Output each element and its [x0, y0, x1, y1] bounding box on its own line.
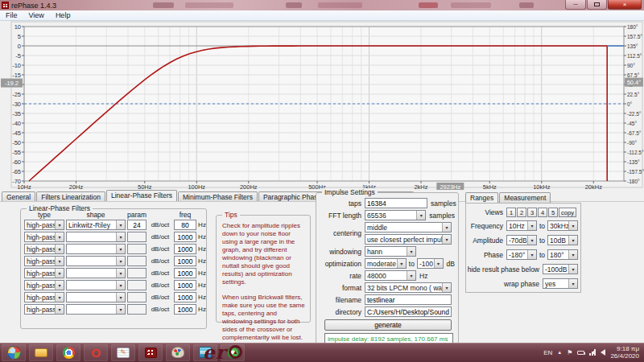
filter-freq-input[interactable] — [174, 256, 196, 266]
filter-shape-select[interactable]: ▾ — [66, 256, 126, 266]
param-unit-label: dB/oct — [148, 221, 172, 228]
hide-result-phase-below-select[interactable]: -100dB▾ — [543, 264, 578, 274]
col-header-param: param — [127, 211, 147, 219]
filter-shape-select[interactable]: ▾ — [66, 304, 126, 315]
filename-input[interactable] — [365, 294, 452, 305]
filter-type-select[interactable]: high-pass▾ — [24, 232, 64, 242]
notepad-icon[interactable]: ✎ — [111, 344, 135, 361]
action-center-icon[interactable]: ⚑ — [567, 349, 572, 356]
tab-measurement[interactable]: Measurement — [499, 192, 551, 203]
filter-param-input[interactable] — [127, 280, 147, 290]
filter-shape-select[interactable]: ▾ — [66, 232, 126, 242]
view-button-copy[interactable]: copy — [559, 208, 576, 217]
fft-length-select[interactable]: 65536▾ — [365, 210, 426, 220]
phase-from-select[interactable]: -180°▾ — [506, 249, 537, 260]
windowing-label: windowing — [316, 248, 361, 256]
rephase-icon[interactable] — [138, 344, 163, 361]
hidden-icons-button[interactable]: ▲ — [557, 350, 562, 355]
explorer-icon[interactable] — [29, 344, 53, 361]
phase-to-select[interactable]: 180°▾ — [547, 249, 578, 260]
filter-shape-select[interactable]: ▾ — [66, 280, 126, 290]
close-button[interactable]: × — [608, 0, 642, 10]
security-icon[interactable] — [221, 344, 245, 361]
format-select[interactable]: 32 bits LPCM mono ( wav )▾ — [365, 282, 452, 293]
filter-freq-input[interactable] — [174, 304, 196, 315]
paint-icon[interactable] — [166, 344, 190, 361]
filter-type-select[interactable]: high-pass▾ — [24, 268, 64, 278]
view-button-3[interactable]: 3 — [527, 208, 537, 217]
maximize-button[interactable] — [587, 0, 607, 10]
tab-ranges[interactable]: Ranges — [465, 192, 498, 203]
filter-freq-input[interactable] — [174, 280, 196, 290]
optimization-db-select[interactable]: -100▾ — [417, 258, 444, 269]
centering-mode-select[interactable]: use closest perfect impulse▾ — [365, 234, 452, 245]
tab-general[interactable]: General — [2, 191, 35, 201]
filter-type-select[interactable]: high-pass▾ — [24, 280, 64, 290]
clock[interactable]: 9:18 πμ 26/4/2020 — [610, 345, 641, 360]
menu-file[interactable]: File — [0, 10, 23, 21]
filter-param-input[interactable] — [127, 244, 147, 254]
filter-type-select[interactable]: high-pass▾ — [24, 256, 64, 266]
tab-filters-linearization[interactable]: Filters Linearization — [36, 191, 105, 201]
view-button-5[interactable]: 5 — [548, 208, 558, 217]
optimization-select[interactable]: moderate▾ — [365, 258, 407, 269]
power-icon[interactable] — [577, 351, 584, 355]
frequency-from-select[interactable]: 10Hz▾ — [506, 220, 537, 231]
filter-type-select[interactable]: high-pass▾ — [24, 292, 64, 302]
opera-icon[interactable]: O — [84, 344, 108, 361]
filter-freq-input[interactable] — [174, 232, 196, 242]
volume-icon[interactable] — [601, 349, 605, 356]
filter-param-input[interactable] — [127, 268, 147, 278]
filter-shape-select[interactable]: ▾ — [66, 268, 126, 278]
menu-view[interactable]: View — [23, 10, 50, 21]
menu-help[interactable]: Help — [50, 10, 76, 21]
wrap-phase-select[interactable]: yes▾ — [543, 278, 578, 289]
opera-glyph: O — [89, 347, 102, 358]
range-label: Frequency — [466, 222, 503, 230]
filter-param-input[interactable] — [127, 292, 147, 302]
response-graph-svg[interactable]: 1050-5-10-15-20-25-30-35-40-45-50-55-60-… — [0, 21, 644, 190]
chrome-icon[interactable] — [56, 344, 80, 361]
windowing-select[interactable]: hann▾ — [365, 246, 416, 257]
views-label: Views — [466, 208, 503, 216]
filter-row: high-pass▾▾dB/octHz — [21, 304, 206, 316]
view-button-1[interactable]: 1 — [506, 208, 516, 217]
generate-button[interactable]: generate — [324, 319, 452, 331]
amplitude-to-select[interactable]: 10dB▾ — [547, 235, 578, 245]
directory-input[interactable] — [365, 306, 452, 317]
response-graph[interactable]: 1050-5-10-15-20-25-30-35-40-45-50-55-60-… — [0, 21, 644, 190]
filter-param-input[interactable] — [127, 304, 147, 315]
frequency-to-select[interactable]: 30kHz▾ — [547, 220, 578, 231]
tab-minimum-phase-filters[interactable]: Minimum-Phase Filters — [178, 191, 258, 201]
chevron-down-icon: ▾ — [442, 223, 451, 232]
rate-select[interactable]: 48000▾ — [365, 270, 416, 281]
amplitude-from-select[interactable]: -70dB▾ — [506, 235, 537, 245]
filter-type-select[interactable]: high-pass▾ — [24, 304, 64, 315]
view-button-4[interactable]: 4 — [538, 208, 547, 217]
filter-freq-input[interactable] — [174, 268, 196, 278]
rew-icon[interactable]: REW — [193, 344, 217, 361]
param-unit-label: dB/oct — [148, 294, 172, 301]
filter-param-input[interactable] — [127, 232, 147, 242]
filter-shape-select[interactable]: ▾ — [66, 244, 126, 254]
centering-select[interactable]: middle▾ — [365, 222, 452, 232]
language-indicator[interactable]: EN — [543, 349, 552, 356]
filter-freq-input[interactable] — [174, 220, 196, 230]
filter-shape-select[interactable]: ▾ — [66, 292, 126, 302]
minimize-button[interactable]: ─ — [565, 0, 586, 10]
filter-shape-select[interactable]: Linkwitz-Riley▾ — [66, 220, 126, 230]
view-button-2[interactable]: 2 — [517, 208, 526, 217]
tab-linear-phase-filters[interactable]: Linear-Phase Filters — [106, 190, 177, 201]
filter-freq-input[interactable] — [174, 292, 196, 302]
filter-freq-input[interactable] — [174, 244, 196, 254]
rew-glyph: REW — [199, 347, 212, 358]
start-glyph — [7, 346, 21, 360]
start-icon[interactable] — [2, 344, 26, 361]
background-window-shape — [419, 2, 438, 8]
filter-type-select[interactable]: high-pass▾ — [24, 244, 64, 254]
taps-input[interactable] — [365, 198, 427, 208]
filter-type-select[interactable]: high-pass▾ — [24, 220, 64, 230]
filter-param-input[interactable] — [127, 220, 147, 230]
filter-param-input[interactable] — [127, 256, 147, 266]
optimization-label: optimization — [316, 260, 361, 268]
